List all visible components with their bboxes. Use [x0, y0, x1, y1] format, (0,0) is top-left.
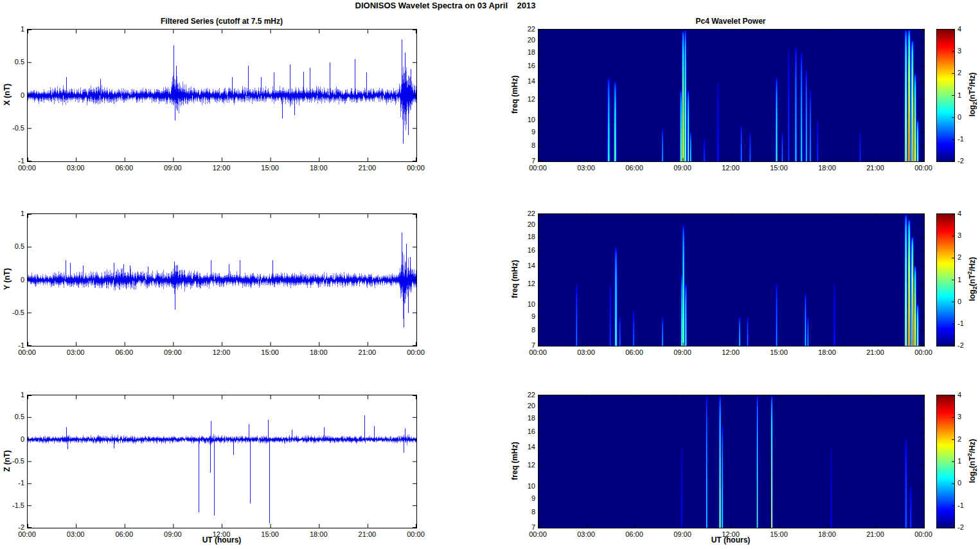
tick-label: 0	[958, 113, 961, 121]
tick-label: 2	[958, 253, 961, 261]
x-series-plot	[27, 29, 417, 162]
tick-label: 20	[513, 221, 535, 228]
tick-label: 12:00	[722, 530, 740, 538]
tick-label: -1	[0, 479, 24, 487]
colorbar-y	[936, 213, 955, 346]
tick-label: 12:00	[213, 164, 231, 172]
tick-label: -2	[958, 523, 964, 531]
tick-label: 12	[513, 95, 535, 103]
tick-label: 00:00	[18, 530, 36, 538]
filtered-series-title: Filtered Series (cutoff at 7.5 mHz)	[161, 17, 283, 26]
tick-label: 15:00	[770, 530, 788, 538]
tick-label: 9	[513, 128, 535, 136]
tick-label: -2	[958, 157, 964, 165]
tick-label: 00:00	[407, 348, 425, 356]
tick-label: 15:00	[261, 164, 279, 172]
tick-label: 15:00	[261, 530, 279, 538]
tick-label: 18:00	[310, 348, 328, 356]
tick-label: 10	[513, 116, 535, 123]
tick-label: -0.5	[0, 309, 24, 316]
tick-label: 14	[513, 262, 535, 269]
tick-label: 12:00	[722, 164, 740, 172]
tick-label: 20	[513, 402, 535, 410]
tick-label: 0.5	[0, 58, 24, 66]
tick-label: 00:00	[529, 348, 547, 356]
tick-label: 16	[513, 62, 535, 69]
tick-label: 9	[513, 312, 535, 320]
tick-label: 8	[513, 326, 535, 334]
tick-label: 21:00	[866, 348, 884, 356]
tick-label: 9	[513, 494, 535, 502]
tick-label: -1	[958, 320, 964, 327]
tick-label: 4	[958, 391, 961, 399]
tick-label: 8	[513, 141, 535, 149]
tick-label: 3	[958, 413, 961, 420]
tick-label: 10	[513, 482, 535, 490]
tick-label: 16	[513, 246, 535, 254]
tick-label: 22	[513, 210, 535, 217]
tick-label: 2	[958, 69, 961, 76]
y-series-plot	[27, 213, 417, 346]
tick-label: 06:00	[625, 530, 643, 538]
tick-label: 00:00	[407, 164, 425, 172]
tick-label: 06:00	[115, 348, 133, 356]
tick-label: 09:00	[164, 348, 182, 356]
tick-label: 10	[513, 300, 535, 308]
colorbar-x	[936, 29, 955, 162]
tick-label: 7	[513, 341, 535, 349]
tick-label: 12	[513, 280, 535, 287]
tick-label: 18:00	[310, 530, 328, 538]
tick-label: 18:00	[818, 348, 836, 356]
tick-label: 06:00	[625, 348, 643, 356]
tick-label: 1	[958, 276, 961, 284]
tick-label: 0	[0, 91, 24, 99]
tick-label: 16	[513, 428, 535, 435]
tick-label: 14	[513, 77, 535, 85]
z-wavelet-spectrogram	[538, 395, 925, 528]
tick-label: 3	[958, 47, 961, 55]
tick-label: 18:00	[818, 530, 836, 538]
tick-label: 0	[0, 276, 24, 284]
tick-label: 06:00	[625, 164, 643, 172]
tick-label: 00:00	[407, 530, 425, 538]
tick-label: 03:00	[577, 348, 595, 356]
tick-label: 0.5	[0, 242, 24, 250]
tick-label: 09:00	[673, 164, 691, 172]
wavelet-power-title: Pc4 Wavelet Power	[696, 17, 766, 26]
colorbar-label-text: log	[968, 289, 977, 301]
tick-label: 21:00	[359, 530, 377, 538]
tick-label: 21:00	[866, 530, 884, 538]
tick-label: 00:00	[914, 530, 932, 538]
tick-label: 09:00	[673, 348, 691, 356]
tick-label: 03:00	[67, 348, 85, 356]
tick-label: 15:00	[261, 348, 279, 356]
tick-label: -2	[958, 341, 964, 349]
tick-label: 12:00	[213, 348, 231, 356]
tick-label: 15:00	[770, 348, 788, 356]
tick-label: 06:00	[115, 530, 133, 538]
tick-label: 18:00	[818, 164, 836, 172]
colorbar-z	[936, 395, 955, 528]
tick-label: -1	[0, 341, 24, 349]
tick-label: 09:00	[164, 164, 182, 172]
x-wavelet-spectrogram	[538, 29, 925, 162]
tick-label: 00:00	[18, 164, 36, 172]
colorbar-label-row2: log2(nT2/Hz)	[967, 257, 978, 302]
tick-label: 0	[0, 435, 24, 443]
colorbar-label-text: log	[968, 105, 977, 116]
tick-label: 00:00	[18, 348, 36, 356]
tick-label: -0.5	[0, 457, 24, 465]
tick-label: 03:00	[577, 530, 595, 538]
tick-label: 12	[513, 461, 535, 469]
tick-label: 21:00	[359, 164, 377, 172]
tick-label: 00:00	[529, 164, 547, 172]
tick-label: 0	[958, 479, 961, 487]
tick-label: 20	[513, 36, 535, 44]
tick-label: -0.5	[0, 124, 24, 132]
tick-label: 8	[513, 508, 535, 516]
tick-label: 18:00	[310, 164, 328, 172]
tick-label: -1	[958, 135, 964, 143]
tick-label: 09:00	[164, 530, 182, 538]
tick-label: 06:00	[115, 164, 133, 172]
tick-label: 09:00	[673, 530, 691, 538]
